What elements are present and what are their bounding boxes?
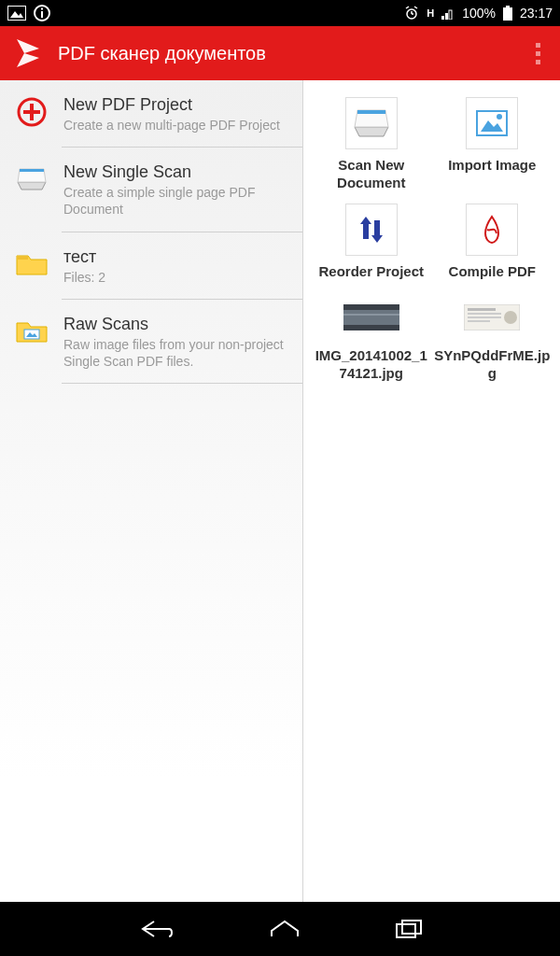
folder-icon xyxy=(13,246,50,283)
scanner-icon xyxy=(345,97,398,149)
back-button[interactable] xyxy=(137,918,175,940)
image-icon xyxy=(466,97,518,149)
svg-rect-14 xyxy=(503,7,512,21)
alarm-icon xyxy=(404,6,419,21)
folder-image-icon xyxy=(13,313,50,350)
file-thumbnail-item[interactable]: SYnPQddFrME.jpg xyxy=(434,291,552,383)
svg-marker-1 xyxy=(10,11,23,18)
image-thumbnail xyxy=(343,304,399,330)
clock-label: 23:17 xyxy=(520,6,553,21)
project-folder-item[interactable]: тест Files: 2 xyxy=(0,232,302,299)
grid-item-label: Import Image xyxy=(448,157,536,175)
new-single-scan-item[interactable]: New Single Scan Create a simple single p… xyxy=(0,148,302,231)
grid-item-label: Scan New Document xyxy=(313,157,430,192)
scan-new-document-button[interactable]: Scan New Document xyxy=(313,97,430,192)
scanner-icon xyxy=(13,161,50,198)
right-pane: Scan New Document Import Image Reorder P… xyxy=(303,80,560,902)
svg-marker-25 xyxy=(481,120,503,132)
android-status-bar: H 100% 23:17 xyxy=(0,0,560,26)
action-grid: Scan New Document Import Image Reorder P… xyxy=(303,80,560,392)
svg-marker-15 xyxy=(17,39,39,67)
svg-rect-3 xyxy=(41,11,43,18)
divider xyxy=(62,383,302,384)
android-nav-bar xyxy=(0,902,560,956)
svg-point-37 xyxy=(504,311,517,324)
image-thumbnail xyxy=(464,304,520,330)
main-content: New PDF Project Create a new multi-page … xyxy=(0,80,560,902)
battery-icon xyxy=(503,6,512,21)
plus-circle-icon xyxy=(13,93,50,131)
left-pane: New PDF Project Create a new multi-page … xyxy=(0,80,303,902)
svg-rect-0 xyxy=(7,6,26,21)
new-pdf-project-item[interactable]: New PDF Project Create a new multi-page … xyxy=(0,80,302,147)
grid-item-label: Compile PDF xyxy=(449,263,536,281)
svg-line-9 xyxy=(414,7,417,8)
signal-icon xyxy=(441,7,455,20)
reorder-arrows-icon xyxy=(345,204,398,256)
network-type-label: H xyxy=(427,7,434,19)
svg-rect-33 xyxy=(468,308,496,311)
svg-rect-30 xyxy=(343,310,399,325)
raw-scans-item[interactable]: Raw Scans Raw image files from your non-… xyxy=(0,300,302,383)
reorder-project-button[interactable]: Reorder Project xyxy=(313,204,430,281)
svg-rect-35 xyxy=(468,316,501,318)
svg-rect-10 xyxy=(441,16,444,20)
svg-rect-19 xyxy=(20,169,44,172)
svg-rect-11 xyxy=(445,13,448,20)
svg-rect-12 xyxy=(449,10,452,20)
svg-rect-20 xyxy=(17,256,28,260)
list-item-title: New Single Scan xyxy=(63,162,291,182)
list-item-subtitle: Create a new multi-page PDF Project xyxy=(63,117,291,134)
info-icon xyxy=(34,5,50,21)
svg-marker-27 xyxy=(360,217,371,224)
app-title: PDF сканер документов xyxy=(58,43,526,64)
svg-rect-24 xyxy=(477,111,507,135)
battery-percent: 100% xyxy=(462,6,496,21)
list-item-title: Raw Scans xyxy=(63,315,291,334)
svg-rect-13 xyxy=(506,6,510,7)
svg-rect-36 xyxy=(468,320,490,322)
pdf-icon xyxy=(466,204,518,256)
overflow-menu-button[interactable] xyxy=(526,35,549,72)
file-name-label: IMG_20141002_174121.jpg xyxy=(313,347,430,383)
svg-point-26 xyxy=(497,114,502,120)
home-button[interactable] xyxy=(268,918,301,940)
svg-rect-31 xyxy=(343,314,399,316)
recent-apps-button[interactable] xyxy=(395,919,423,939)
list-item-subtitle: Files: 2 xyxy=(63,269,291,286)
svg-rect-23 xyxy=(357,110,385,114)
list-item-title: тест xyxy=(63,247,291,267)
svg-marker-28 xyxy=(371,235,383,243)
svg-rect-38 xyxy=(397,924,415,937)
file-name-label: SYnPQddFrME.jpg xyxy=(434,347,552,383)
app-bar: PDF сканер документов xyxy=(0,26,560,80)
file-thumbnail-item[interactable]: IMG_20141002_174121.jpg xyxy=(313,291,430,383)
svg-line-8 xyxy=(406,7,409,8)
grid-item-label: Reorder Project xyxy=(318,263,424,281)
svg-rect-34 xyxy=(468,313,501,315)
compile-pdf-button[interactable]: Compile PDF xyxy=(434,204,552,281)
svg-rect-4 xyxy=(41,8,43,10)
list-item-subtitle: Raw image files from your non-project Si… xyxy=(63,336,291,370)
gallery-icon xyxy=(7,6,26,21)
import-image-button[interactable]: Import Image xyxy=(434,97,552,192)
svg-rect-39 xyxy=(402,921,421,934)
svg-rect-18 xyxy=(23,110,40,114)
list-item-subtitle: Create a simple single page PDF Document xyxy=(63,184,291,218)
list-item-title: New PDF Project xyxy=(63,95,291,115)
app-logo-icon xyxy=(11,35,47,71)
